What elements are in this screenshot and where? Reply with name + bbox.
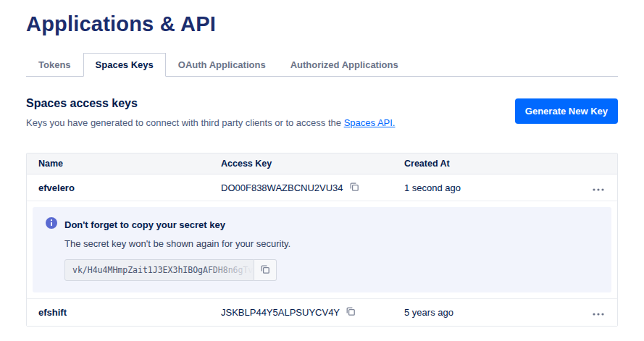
- section-header-text: Spaces access keys Keys you have generat…: [26, 97, 395, 128]
- secret-key-value: vk/H4u4MHmpZait1J3EX3hIBOgAFDH8n6gTv3H4q…: [64, 259, 254, 281]
- tab-tokens[interactable]: Tokens: [26, 53, 83, 77]
- key-name: efvelero: [27, 182, 209, 193]
- tab-oauth-applications[interactable]: OAuth Applications: [166, 53, 278, 77]
- access-key-value: JSKBLP44Y5ALPSUYCV4Y: [221, 307, 340, 318]
- key-name: efshift: [27, 307, 209, 318]
- info-icon: [46, 217, 57, 232]
- row-menu-button[interactable]: [577, 182, 617, 193]
- callout-body: The secret key won't be shown again for …: [64, 238, 598, 249]
- copy-access-key-button[interactable]: [349, 182, 359, 194]
- page-title: Applications & API: [26, 0, 618, 36]
- secret-key-callout: Don't forget to copy your secret key The…: [33, 207, 611, 292]
- spaces-keys-table: Name Access Key Created At efvelero DO00…: [26, 153, 618, 327]
- column-header-access-key: Access Key: [209, 159, 393, 169]
- tab-authorized-applications[interactable]: Authorized Applications: [278, 53, 411, 77]
- column-header-name: Name: [27, 159, 209, 169]
- spaces-api-link[interactable]: Spaces API.: [344, 117, 396, 128]
- copy-icon: [260, 264, 270, 277]
- copy-icon: [349, 182, 359, 194]
- copy-icon: [346, 306, 356, 319]
- section-heading: Spaces access keys: [26, 97, 395, 110]
- table-header-row: Name Access Key Created At: [27, 153, 617, 174]
- row-menu-button[interactable]: [577, 307, 617, 318]
- copy-secret-key-button[interactable]: [254, 259, 277, 281]
- column-header-created-at: Created At: [393, 159, 577, 169]
- section-description-text: Keys you have generated to connect with …: [26, 117, 344, 128]
- table-row: efvelero DO00F838WAZBCNU2VU34 1 second a…: [27, 174, 617, 201]
- created-at-value: 5 years ago: [393, 307, 577, 318]
- callout-title: Don't forget to copy your secret key: [64, 219, 225, 230]
- section-header: Spaces access keys Keys you have generat…: [26, 97, 618, 128]
- table-row: efshift JSKBLP44Y5ALPSUYCV4Y 5 years ago: [27, 299, 617, 326]
- ellipsis-menu-icon: [593, 182, 604, 193]
- access-key-value: DO00F838WAZBCNU2VU34: [221, 182, 343, 193]
- tab-spaces-keys[interactable]: Spaces Keys: [83, 53, 166, 77]
- page: Applications & API Tokens Spaces Keys OA…: [0, 0, 644, 327]
- created-at-value: 1 second ago: [393, 182, 577, 193]
- section-description: Keys you have generated to connect with …: [26, 117, 395, 128]
- callout-header: Don't forget to copy your secret key: [46, 217, 598, 232]
- ellipsis-menu-icon: [593, 307, 604, 318]
- copy-access-key-button[interactable]: [346, 306, 356, 319]
- tab-bar: Tokens Spaces Keys OAuth Applications Au…: [26, 52, 618, 77]
- access-key-cell: DO00F838WAZBCNU2VU34: [209, 182, 393, 194]
- secret-key-callout-row: Don't forget to copy your secret key The…: [27, 201, 617, 299]
- access-key-cell: JSKBLP44Y5ALPSUYCV4Y: [209, 306, 393, 319]
- secret-key-row: vk/H4u4MHmpZait1J3EX3hIBOgAFDH8n6gTv3H4q…: [64, 259, 598, 281]
- generate-new-key-button[interactable]: Generate New Key: [515, 98, 618, 124]
